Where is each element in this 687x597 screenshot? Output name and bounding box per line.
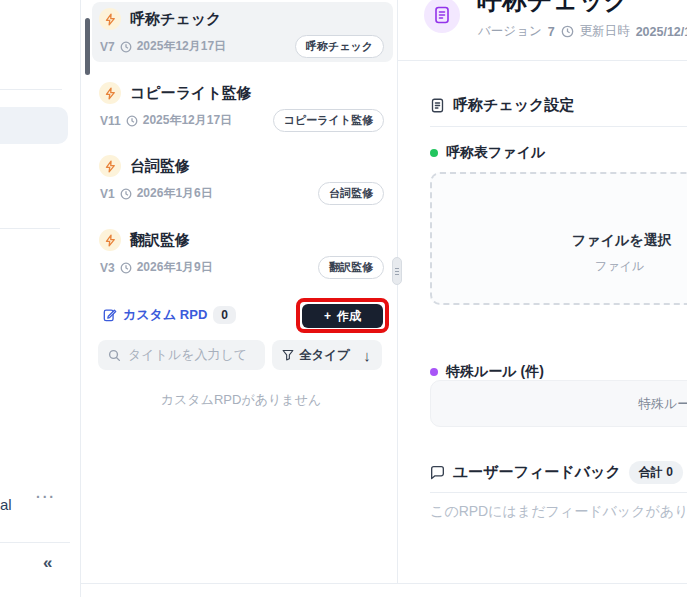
detail-subtitle: バージョン 7 更新日時 2025/12/17 <box>478 23 687 40</box>
rules-field-label: 特殊ルール (件) <box>430 363 544 381</box>
custom-rpd-empty-text: カスタムRPDがありません <box>98 391 384 409</box>
more-options-icon[interactable]: ··· <box>36 489 56 505</box>
rpd-item-type-badge: 呼称チェック <box>295 35 384 58</box>
collapse-sidebar-icon[interactable]: « <box>43 553 52 573</box>
edit-document-icon <box>103 308 117 322</box>
rules-label-text: 特殊ルール (件) <box>446 363 544 381</box>
rules-empty-text: 特殊ルールがありません <box>638 395 687 413</box>
rpd-item-title: 翻訳監修 <box>130 231 190 250</box>
rpd-item-date: 2025年12月17日 <box>143 112 232 129</box>
clock-icon <box>120 188 132 200</box>
lightning-icon <box>99 82 121 104</box>
updated-value: 2025/12/17 <box>636 25 687 39</box>
rpd-list-item[interactable]: 呼称チェック V7 2025年12月17日 呼称チェック <box>92 2 393 62</box>
rpd-document-icon <box>424 0 460 33</box>
custom-rpd-header: カスタム RPD 0 <box>103 306 236 324</box>
version-value: 7 <box>548 25 555 39</box>
speech-bubble-icon <box>430 465 445 480</box>
rpd-item-meta: V1 2026年1月6日 <box>100 185 213 202</box>
rpd-item-date: 2025年12月17日 <box>137 38 226 55</box>
clock-icon <box>126 115 138 127</box>
list-panel-border <box>397 0 398 583</box>
file-upload-dropzone[interactable]: ファイルを選択 ファイル <box>430 172 687 305</box>
rpd-list-item[interactable]: 台詞監修 V1 2026年1月6日 台詞監修 <box>92 149 393 209</box>
feedback-section-heading: ユーザーフィードバック 合計 0 <box>430 461 683 484</box>
rpd-item-type-badge: 台詞監修 <box>318 182 384 205</box>
settings-divider <box>430 126 687 127</box>
list-scrollbar-thumb[interactable] <box>85 18 90 75</box>
create-rpd-button[interactable]: + 作成 <box>302 304 383 328</box>
custom-rpd-search-input[interactable]: タイトルを入力して <box>98 340 265 370</box>
app-screen: al ··· « 呼称チェック V7 2025年12月17日 呼称チェック コピ… <box>0 0 687 597</box>
detail-title: 呼称チェック <box>477 0 629 17</box>
rpd-item-version: V3 <box>100 261 115 275</box>
feedback-empty-text: このRPDにはまだフィードバックがありません <box>430 503 687 521</box>
rpd-item-date: 2026年1月9日 <box>137 259 213 276</box>
rpd-item-title: コピーライト監修 <box>130 84 252 103</box>
settings-section-heading: 呼称チェック設定 <box>430 96 574 115</box>
search-placeholder: タイトルを入力して <box>128 346 247 364</box>
feedback-divider <box>430 492 687 493</box>
lightning-icon <box>99 8 121 30</box>
search-icon <box>108 349 121 362</box>
settings-title: 呼称チェック設定 <box>453 96 574 115</box>
rpd-item-version: V1 <box>100 187 115 201</box>
clock-icon <box>120 41 132 53</box>
rpd-item-meta: V7 2025年12月17日 <box>100 38 226 55</box>
feedback-title: ユーザーフィードバック <box>453 463 621 482</box>
rpd-item-meta: V11 2025年12月17日 <box>100 112 232 129</box>
lightning-icon <box>99 229 121 251</box>
rpd-item-type-badge: コピーライト監修 <box>273 109 384 132</box>
lightning-icon <box>99 155 121 177</box>
purple-dot-icon <box>430 368 438 376</box>
type-filter-label: 全タイプ <box>299 347 350 364</box>
rpd-item-type-badge: 翻訳監修 <box>318 256 384 279</box>
custom-rpd-count-badge: 0 <box>213 306 236 324</box>
rpd-item-title: 台詞監修 <box>130 157 190 176</box>
document-icon <box>430 98 445 113</box>
green-dot-icon <box>430 149 438 157</box>
feedback-total-badge: 合計 0 <box>629 461 683 484</box>
arrow-down-icon: ↓ <box>363 347 371 364</box>
clock-icon <box>120 262 132 274</box>
create-button-label: 作成 <box>337 308 361 325</box>
rpd-item-meta: V3 2026年1月9日 <box>100 259 213 276</box>
rpd-item-title: 呼称チェック <box>130 10 221 29</box>
detail-header-border <box>398 60 687 61</box>
left-rail: al ··· « <box>0 0 81 597</box>
dropzone-text-primary: ファイルを選択 <box>572 232 672 250</box>
clock-icon <box>561 25 574 38</box>
rpd-item-date: 2026年1月6日 <box>137 185 213 202</box>
special-rules-box: 特殊ルールがありません <box>430 380 687 427</box>
sort-order-button[interactable]: ↓ <box>352 340 382 370</box>
rpd-item-version: V7 <box>100 40 115 54</box>
rpd-list-item[interactable]: コピーライト監修 V11 2025年12月17日 コピーライト監修 <box>92 76 393 136</box>
rpd-item-version: V11 <box>100 114 121 128</box>
custom-rpd-label: カスタム RPD <box>123 306 207 324</box>
rail-partial-text: al <box>0 496 12 513</box>
panel-resize-handle[interactable] <box>392 257 402 285</box>
version-label: バージョン <box>478 23 542 40</box>
dropzone-text-secondary: ファイル <box>595 258 644 275</box>
rail-selected-item[interactable] <box>0 107 68 144</box>
updated-label: 更新日時 <box>580 23 630 40</box>
content-bottom-border <box>81 583 687 584</box>
plus-icon: + <box>324 309 331 323</box>
rpd-list-item[interactable]: 翻訳監修 V3 2026年1月9日 翻訳監修 <box>92 223 393 283</box>
file-field-label: 呼称表ファイル <box>430 144 545 162</box>
funnel-icon <box>282 349 294 361</box>
file-label-text: 呼称表ファイル <box>446 144 545 162</box>
